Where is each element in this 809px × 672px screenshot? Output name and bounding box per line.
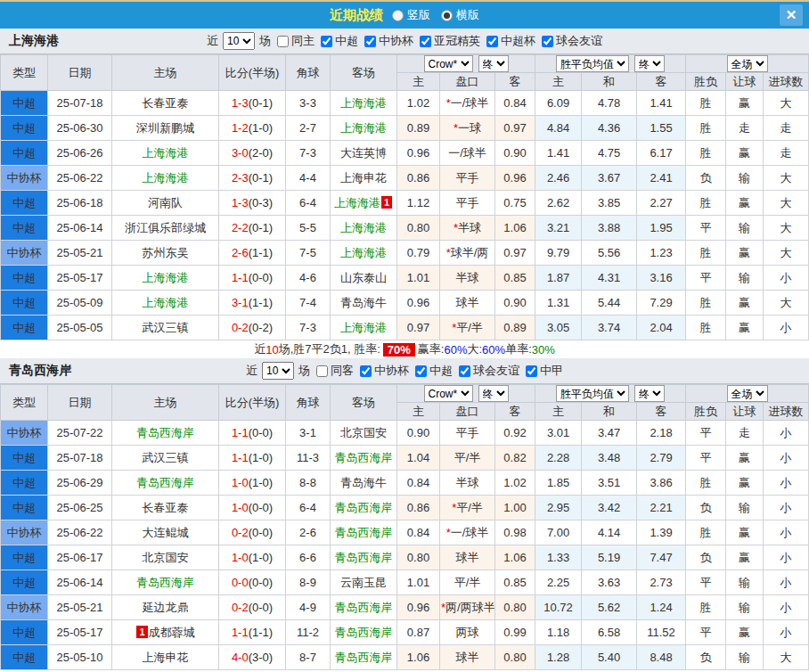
filter-option[interactable]: 中超: [321, 33, 358, 49]
avg-away-cell: 3.16: [637, 266, 686, 291]
view-toggle: 竖版横版: [392, 7, 479, 23]
odds-company-select[interactable]: Crow*: [424, 385, 473, 402]
date-cell: 25-07-22: [48, 421, 112, 446]
ah-away-odds-cell: 1.06: [495, 545, 535, 570]
team-label: 青岛西海岸: [136, 426, 194, 439]
view-option-unselected[interactable]: 竖版: [392, 7, 430, 23]
games-count-select[interactable]: 10: [223, 32, 255, 50]
corner-cell: 4-6: [286, 266, 331, 291]
score-cell: 2-2(0-1): [219, 216, 286, 241]
filter-option[interactable]: 中超杯: [486, 33, 535, 49]
result-scope-select[interactable]: 全场: [727, 385, 768, 402]
date-cell: 25-06-22: [48, 520, 112, 545]
result-wdl-cell: 平: [686, 446, 726, 471]
ah-line-cell: 平手: [440, 166, 495, 191]
result-handicap-cell: 输: [726, 166, 764, 191]
date-cell: 25-05-05: [48, 316, 112, 340]
ah-home-odds-cell: 1.12: [397, 191, 440, 216]
odds-time-select[interactable]: 终: [478, 55, 509, 72]
score-cell: 3-1(1-1): [219, 291, 286, 316]
score-cell: 1-0(0-0): [219, 496, 286, 520]
avg-away-cell: 1.95: [637, 216, 686, 241]
ah-home-odds-cell: 1.06: [397, 645, 440, 670]
away-team-cell: 青岛西海岸: [331, 645, 397, 670]
filter-option[interactable]: 中协杯: [360, 363, 409, 379]
ah-home-odds-cell: 1.04: [397, 446, 440, 471]
avg-type-select[interactable]: 胜平负均值: [556, 385, 629, 402]
filter-checkbox-中甲[interactable]: [526, 365, 537, 377]
ah-home-odds-cell: 0.87: [397, 620, 440, 645]
filter-checkbox-中协杯[interactable]: [360, 365, 372, 377]
team-label: 上海海港: [143, 146, 189, 160]
filter-option[interactable]: 同客: [316, 363, 354, 379]
league-cell: 中超: [1, 266, 48, 291]
avg-draw-cell: 4.75: [582, 141, 637, 166]
league-cell: 中协杯: [1, 166, 48, 191]
win-rate-badge: 70%: [383, 343, 415, 356]
table-row: 中协杯25-07-22青岛西海岸1-1(0-0)3-1北京国安0.90平手0.9…: [1, 421, 809, 446]
filter-option[interactable]: 球会友谊: [459, 363, 519, 379]
filter-checkbox-中超杯[interactable]: [486, 36, 498, 47]
away-team-cell: 上海海港: [331, 316, 397, 340]
filter-option[interactable]: 中协杯: [364, 33, 413, 49]
away-team-cell: 青岛西海岸: [331, 446, 397, 471]
result-wdl-cell: 胜: [686, 471, 726, 496]
avg-time-select[interactable]: 终: [634, 55, 665, 72]
filter-checkbox-同主[interactable]: [277, 36, 289, 47]
filter-checkbox-球会友谊[interactable]: [542, 36, 553, 47]
odds-time-select[interactable]: 终: [478, 385, 509, 402]
filter-checkbox-球会友谊[interactable]: [459, 365, 470, 377]
result-goals-cell: 大: [764, 91, 809, 116]
sub-header-主: 主: [535, 73, 582, 91]
league-cell: 中超: [1, 645, 48, 670]
corner-cell: 8-9: [286, 570, 331, 595]
table-row: 中协杯25-05-21延边龙鼎0-2(0-0)4-9青岛西海岸0.96*两/两球…: [1, 595, 809, 620]
filter-option[interactable]: 中甲: [526, 363, 563, 379]
avg-away-cell: 2.04: [637, 316, 686, 340]
avg-draw-cell: 3.51: [582, 471, 637, 496]
result-scope-select[interactable]: 全场: [727, 55, 768, 72]
result-wdl-cell: 胜: [686, 116, 726, 141]
team-label: 上海海港: [143, 171, 189, 184]
result-wdl-cell: 胜: [686, 316, 726, 340]
avg-away-cell: 2.21: [637, 496, 686, 520]
filter-checkbox-中超[interactable]: [415, 365, 427, 377]
close-button[interactable]: ✕: [780, 4, 803, 26]
col-header-比分(半场): 比分(半场): [219, 55, 286, 91]
filter-option[interactable]: 中超: [415, 363, 453, 379]
filter-option[interactable]: 同主: [277, 33, 315, 49]
score-cell: 1-1(0-0): [219, 266, 286, 291]
result-wdl-cell: 负: [686, 545, 726, 570]
radio-icon[interactable]: [441, 10, 453, 21]
avg-away-cell: 3.86: [637, 471, 686, 496]
team-label: 上海海港: [340, 321, 387, 334]
filter-checkbox-中超[interactable]: [321, 36, 332, 47]
games-count-select[interactable]: 10: [262, 362, 294, 380]
score-cell: 0-2(0-2): [219, 316, 286, 340]
result-handicap-cell: 赢: [726, 620, 764, 645]
team-section: 青岛西海岸近10场同客中协杯中超球会友谊中甲类型日期主场比分(半场)角球客场Cr…: [0, 358, 809, 670]
ah-away-odds-cell: 0.89: [495, 316, 535, 340]
result-handicap-cell: 输: [726, 570, 764, 595]
avg-type-select[interactable]: 胜平负均值: [556, 55, 629, 72]
score-cell: 3-0(2-0): [219, 141, 286, 166]
filter-option[interactable]: 球会友谊: [542, 33, 602, 49]
team-label: 苏州东吴: [143, 246, 189, 259]
ah-line-cell: 平手: [440, 191, 495, 216]
filter-checkbox-同客[interactable]: [316, 365, 328, 377]
filter-option-label: 球会友谊: [556, 33, 602, 49]
view-option-selected[interactable]: 横版: [441, 7, 479, 23]
avg-draw-cell: 6.58: [582, 620, 637, 645]
filter-checkbox-中协杯[interactable]: [364, 36, 376, 47]
filter-option[interactable]: 亚冠精英: [420, 33, 480, 49]
avg-time-select[interactable]: 终: [634, 385, 665, 402]
result-goals-cell: 大: [764, 191, 809, 216]
filter-checkbox-亚冠精英[interactable]: [420, 36, 431, 47]
result-handicap-cell: 走: [726, 116, 764, 141]
away-team-cell: 青岛海牛: [331, 471, 397, 496]
date-cell: 25-05-17: [48, 620, 112, 645]
radio-icon[interactable]: [392, 10, 404, 21]
avg-draw-cell: 3.74: [582, 316, 637, 340]
odds-company-select[interactable]: Crow*: [424, 55, 473, 72]
ah-line-cell: *一球: [440, 116, 495, 141]
